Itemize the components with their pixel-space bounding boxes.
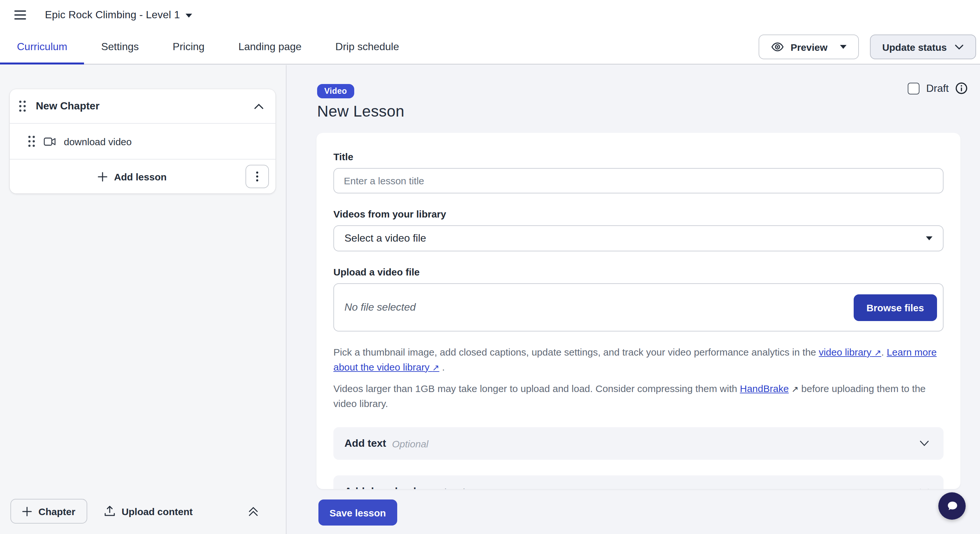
preview-button[interactable]: Preview [759, 35, 859, 59]
lesson-editor: Video New Lesson Draft Title Videos from… [286, 65, 980, 534]
add-chapter-button[interactable]: Chapter [10, 499, 87, 524]
chevron-down-icon [955, 44, 964, 50]
browse-files-button[interactable]: Browse files [853, 294, 937, 321]
file-upload-dropzone[interactable]: No file selected Browse files [333, 283, 943, 332]
preview-label: Preview [791, 41, 827, 52]
chapter-title: New Chapter [36, 100, 100, 112]
sidebar-footer: Chapter Upload content [0, 499, 286, 524]
add-chapter-label: Chapter [38, 506, 75, 517]
tabs: Curriculum Settings Pricing Landing page… [0, 30, 416, 64]
chevron-down-icon [920, 440, 929, 447]
add-text-label: Add text [344, 438, 386, 449]
chapter-header[interactable]: New Chapter [10, 89, 275, 123]
add-downloads-label: Add downloads [344, 486, 422, 489]
help-text: Pick a thumbnail image, add closed capti… [333, 346, 819, 358]
help-text: Videos larger than 1GB may take longer t… [333, 383, 740, 394]
add-downloads-accordion[interactable]: Add downloads Optional [333, 475, 943, 489]
collapse-all-icon[interactable] [248, 506, 259, 517]
plus-icon [98, 172, 107, 181]
chevron-up-icon[interactable] [254, 103, 264, 109]
help-text: . [881, 346, 887, 358]
handbrake-link-label: HandBrake [740, 383, 789, 394]
eye-icon [771, 42, 784, 52]
tab-curriculum[interactable]: Curriculum [0, 30, 84, 64]
course-title-label: Epic Rock Climbing - Level 1 [45, 9, 180, 20]
app-window: Epic Rock Climbing - Level 1 Curriculum … [0, 0, 980, 534]
upload-icon [104, 505, 115, 517]
draft-toggle: Draft [908, 82, 967, 94]
title-label: Title [333, 151, 943, 162]
upload-content-label: Upload content [121, 506, 192, 517]
save-lesson-button[interactable]: Save lesson [318, 499, 397, 526]
add-lesson-button[interactable]: Add lesson [19, 159, 245, 194]
draft-checkbox[interactable] [908, 83, 920, 94]
tab-pricing[interactable]: Pricing [156, 30, 221, 64]
chevron-down-icon [920, 488, 929, 489]
chapter-card: New Chapter download video [10, 89, 275, 194]
video-file-select[interactable]: Select a video file [333, 225, 943, 251]
info-icon[interactable] [955, 82, 967, 94]
add-text-accordion[interactable]: Add text Optional [333, 427, 943, 460]
optional-label: Optional [428, 486, 464, 489]
chat-bubble-icon [944, 498, 960, 514]
kebab-icon [256, 171, 259, 182]
video-library-help-text: Pick a thumbnail image, add closed capti… [333, 345, 943, 375]
plus-icon [22, 506, 32, 516]
chapter-menu-button[interactable] [245, 165, 269, 188]
upload-content-button[interactable]: Upload content [104, 505, 192, 517]
caret-down-icon [186, 14, 192, 17]
handbrake-link[interactable]: HandBrake [740, 383, 789, 394]
lesson-form-card: Title Videos from your library Select a … [317, 133, 961, 489]
video-library-label: Videos from your library [333, 208, 943, 219]
lesson-type-badge: Video [317, 84, 354, 99]
external-link-icon: ↗ [874, 348, 881, 358]
video-library-link[interactable]: video library ↗ [819, 346, 881, 358]
caret-down-icon [926, 237, 932, 240]
hamburger-menu-icon[interactable] [14, 10, 26, 19]
tab-bar: Curriculum Settings Pricing Landing page… [0, 30, 980, 65]
chat-widget-button[interactable] [938, 492, 966, 520]
tab-landing-page[interactable]: Landing page [221, 30, 318, 64]
curriculum-sidebar: New Chapter download video [0, 65, 286, 534]
help-text: . [439, 361, 445, 372]
optional-label: Optional [392, 438, 428, 449]
external-link-icon: ↗ [791, 384, 799, 394]
update-status-button[interactable]: Update status [870, 35, 976, 59]
chapter-footer: Add lesson [10, 159, 275, 194]
course-title[interactable]: Epic Rock Climbing - Level 1 [45, 9, 192, 21]
update-status-label: Update status [882, 41, 947, 52]
tab-drip-schedule[interactable]: Drip schedule [318, 30, 416, 64]
caret-down-icon [840, 45, 846, 49]
page-title: New Lesson [317, 102, 961, 121]
upload-video-label: Upload a video file [333, 266, 943, 277]
lesson-header: Video New Lesson [317, 84, 961, 121]
tab-settings[interactable]: Settings [84, 30, 156, 64]
top-bar: Epic Rock Climbing - Level 1 [0, 0, 980, 30]
no-file-text: No file selected [344, 302, 416, 313]
lesson-title-input[interactable] [333, 168, 943, 194]
compression-help-text: Videos larger than 1GB may take longer t… [333, 381, 943, 411]
video-file-select-value: Select a video file [344, 232, 426, 244]
drag-handle-icon[interactable] [28, 135, 35, 147]
video-camera-icon [44, 137, 56, 146]
video-library-link-label: video library [819, 346, 872, 358]
tab-bar-actions: Preview Update status [759, 30, 980, 64]
drag-handle-icon[interactable] [19, 100, 26, 112]
add-lesson-label: Add lesson [114, 171, 167, 182]
lesson-row[interactable]: download video [10, 124, 275, 159]
lesson-title: download video [64, 136, 132, 147]
external-link-icon: ↗ [433, 362, 439, 372]
draft-label: Draft [926, 83, 949, 94]
